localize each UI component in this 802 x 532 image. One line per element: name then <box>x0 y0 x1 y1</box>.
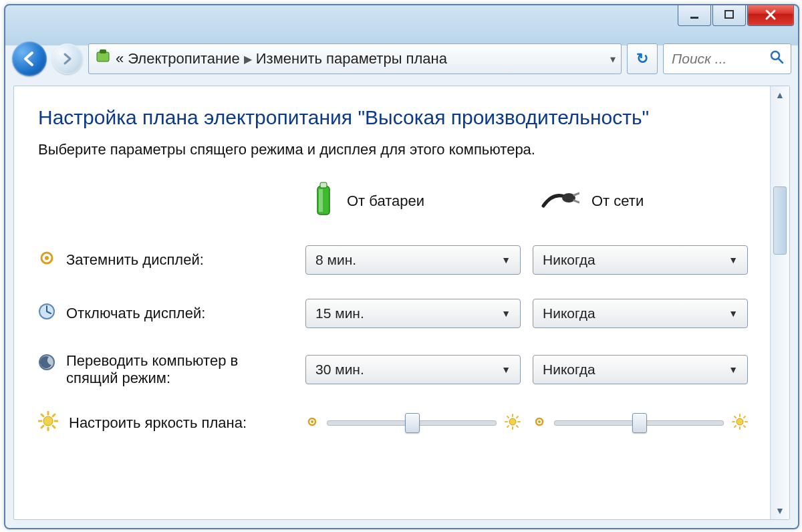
brightness-high-icon <box>505 414 521 433</box>
svg-line-46 <box>734 426 736 427</box>
vertical-scrollbar[interactable]: ▲ ▼ <box>770 86 789 519</box>
close-button[interactable] <box>747 4 794 26</box>
svg-line-10 <box>574 193 579 195</box>
breadcrumb-separator-icon: ▶ <box>244 53 252 65</box>
turnoff-display-plugged-value: Никогда <box>543 305 595 321</box>
row-turnoff-display: Отключать дисплей: <box>38 303 305 324</box>
chevron-down-icon: ▼ <box>501 308 511 319</box>
search-box[interactable] <box>663 43 791 74</box>
sleep-plugged-value: Никогда <box>543 362 595 378</box>
minimize-button[interactable] <box>678 4 711 26</box>
turnoff-display-plugged-dropdown[interactable]: Никогда ▼ <box>533 299 748 328</box>
back-arrow-icon <box>21 50 38 68</box>
brightness-plugged-slider-row <box>533 414 748 433</box>
brightness-battery-slider-row <box>305 414 521 433</box>
row-brightness-label: Настроить яркость плана: <box>69 414 247 432</box>
row-sleep: Переводить компьютер в спящий режим: <box>38 352 305 387</box>
window-frame: « Электропитание ▶ Изменить параметры пл… <box>4 4 799 529</box>
monitor-icon <box>38 303 55 324</box>
search-icon <box>769 49 784 68</box>
refresh-button[interactable]: ↻ <box>627 43 658 74</box>
moon-icon <box>38 354 55 375</box>
content: Настройка плана электропитания "Высокая … <box>14 86 770 519</box>
row-turnoff-label: Отключать дисплей: <box>66 305 205 322</box>
row-dim-display: Затемнить дисплей: <box>38 249 305 271</box>
svg-line-23 <box>53 414 55 416</box>
svg-point-26 <box>311 420 313 423</box>
breadcrumb-level2[interactable]: Изменить параметры плана <box>256 50 447 68</box>
svg-point-27 <box>509 418 516 425</box>
dim-display-battery-dropdown[interactable]: 8 мин. ▼ <box>305 245 521 275</box>
svg-line-43 <box>734 416 736 418</box>
row-sleep-label: Переводить компьютер в спящий режим: <box>66 352 287 387</box>
scroll-up-arrow[interactable]: ▲ <box>771 86 789 104</box>
svg-line-44 <box>744 426 745 427</box>
battery-icon <box>312 181 335 221</box>
page-title: Настройка плана электропитания "Высокая … <box>38 106 751 129</box>
svg-line-32 <box>507 416 509 418</box>
sleep-battery-dropdown[interactable]: 30 мин. ▼ <box>305 355 521 384</box>
breadcrumb-level1[interactable]: Электропитание <box>128 50 240 68</box>
turnoff-display-battery-value: 15 мин. <box>315 305 364 321</box>
svg-point-13 <box>45 256 49 260</box>
breadcrumb[interactable]: « Электропитание ▶ Изменить параметры пл… <box>88 43 622 74</box>
close-icon <box>764 8 777 21</box>
svg-line-35 <box>507 426 509 427</box>
chevron-down-icon: ▼ <box>501 255 511 265</box>
svg-rect-7 <box>320 182 327 188</box>
svg-rect-2 <box>97 52 109 61</box>
forward-button[interactable] <box>52 43 83 74</box>
svg-line-45 <box>744 416 745 418</box>
forward-arrow-icon <box>60 51 75 66</box>
dim-icon <box>38 249 55 271</box>
scroll-down-arrow[interactable]: ▼ <box>771 502 789 519</box>
svg-line-34 <box>517 416 518 418</box>
brightness-plugged-slider[interactable] <box>554 420 724 426</box>
slider-thumb[interactable] <box>632 413 647 433</box>
chevron-down-icon: ▼ <box>501 364 511 375</box>
search-input[interactable] <box>670 50 747 68</box>
svg-point-37 <box>538 420 541 423</box>
sleep-plugged-dropdown[interactable]: Никогда ▼ <box>533 355 748 384</box>
brightness-low-icon <box>305 415 319 432</box>
page-subtitle: Выберите параметры спящего режима и дисп… <box>38 141 751 158</box>
row-brightness: Настроить яркость плана: <box>38 411 305 435</box>
slider-thumb[interactable] <box>405 413 420 433</box>
control-panel-icon <box>94 48 112 70</box>
row-dim-label: Затемнить дисплей: <box>66 251 204 269</box>
svg-line-33 <box>517 426 518 427</box>
scroll-thumb[interactable] <box>773 186 787 255</box>
breadcrumb-dropdown-icon[interactable]: ▾ <box>610 53 616 65</box>
brightness-high-icon <box>732 414 748 433</box>
svg-rect-3 <box>100 49 106 53</box>
brightness-battery-slider[interactable] <box>327 420 497 426</box>
svg-point-16 <box>43 416 53 426</box>
minimize-icon <box>689 9 700 20</box>
sleep-battery-value: 30 мин. <box>315 362 364 378</box>
svg-line-22 <box>53 426 55 428</box>
column-header-battery: От батареи <box>305 181 533 221</box>
chevron-down-icon: ▼ <box>728 255 738 265</box>
settings-grid: От батареи От сети <box>38 181 751 435</box>
svg-line-5 <box>779 59 783 63</box>
dim-display-battery-value: 8 мин. <box>315 252 356 268</box>
breadcrumb-prefix: « <box>116 50 124 68</box>
svg-rect-0 <box>690 17 698 19</box>
refresh-icon: ↻ <box>636 50 648 68</box>
column-header-plugged: От сети <box>533 187 760 215</box>
svg-rect-8 <box>319 189 323 212</box>
column-header-plugged-label: От сети <box>591 192 644 210</box>
maximize-icon <box>724 9 734 20</box>
brightness-low-icon <box>533 415 546 432</box>
window-controls <box>678 4 794 26</box>
dim-display-plugged-dropdown[interactable]: Никогда ▼ <box>533 245 748 275</box>
chevron-down-icon: ▼ <box>728 364 738 375</box>
maximize-button[interactable] <box>712 4 746 26</box>
plug-icon <box>539 187 579 215</box>
chevron-down-icon: ▼ <box>728 308 738 319</box>
column-header-battery-label: От батареи <box>347 192 424 210</box>
turnoff-display-battery-dropdown[interactable]: 15 мин. ▼ <box>305 299 521 328</box>
back-button[interactable] <box>12 41 47 76</box>
svg-rect-1 <box>725 11 733 18</box>
nav-row: « Электропитание ▶ Изменить параметры пл… <box>12 39 791 79</box>
